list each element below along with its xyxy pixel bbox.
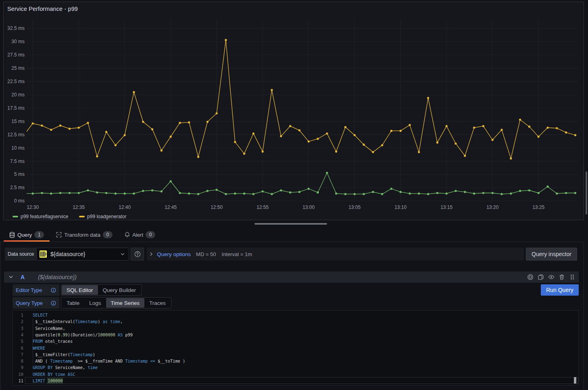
max-data-points-value: MD = 50 <box>196 251 216 257</box>
query-type-radiogroup: TableLogsTime SeriesTraces <box>61 297 171 309</box>
sql-line: ORDER BY time ASC <box>33 371 579 377</box>
query-type-option-traces[interactable]: Traces <box>144 298 171 308</box>
sql-line-number: 4 <box>13 332 23 338</box>
query-inspector-button[interactable]: Query inspector <box>526 248 577 261</box>
sql-line-number: 1 <box>13 312 23 318</box>
tab-alert[interactable]: Alert0 <box>119 228 161 242</box>
drag-handle-icon[interactable] <box>569 274 575 280</box>
svg-text:13:25: 13:25 <box>532 204 544 210</box>
tab-transform-data[interactable]: Transform data0 <box>50 228 119 242</box>
svg-text:12:35: 12:35 <box>73 204 85 210</box>
sql-line-number: 6 <box>13 345 23 351</box>
interval-value: Interval = 1m <box>222 251 252 257</box>
chevron-down-icon[interactable] <box>8 274 14 280</box>
datasource-picker[interactable]: ${datasource} <box>36 248 129 261</box>
sql-line-number: 9 <box>13 364 23 371</box>
query-type-option-table[interactable]: Table <box>62 298 84 308</box>
svg-text:12:40: 12:40 <box>119 204 131 210</box>
edit-pane-tabs: Query1Transform data0Alert0 <box>0 228 588 242</box>
pane-resize-handle[interactable] <box>254 223 327 225</box>
query-tab-content: Data source ${datasource} Query options … <box>0 242 584 390</box>
chevron-down-icon <box>120 252 125 257</box>
legend-series-color <box>79 216 85 217</box>
trash-icon[interactable] <box>559 274 565 280</box>
sql-line-number: 7 <box>13 351 23 358</box>
query-row-actions <box>527 274 575 280</box>
sql-line-number: 2 <box>13 318 23 325</box>
info-circle-icon[interactable] <box>51 288 56 293</box>
svg-text:27.5 ms: 27.5 ms <box>7 52 25 58</box>
editor-scrollbar-thumb[interactable] <box>574 377 576 384</box>
sql-code-editor[interactable]: 1SELECT2 $__timeInterval(Timestamp) as t… <box>13 310 579 386</box>
query-options-bar[interactable]: Query options MD = 50 Interval = 1m <box>147 248 524 261</box>
disable-icon[interactable] <box>527 274 534 280</box>
sql-line: quantile(0.99)(Duration)/1000000 AS p99 <box>33 332 579 338</box>
chevron-right-icon <box>149 252 154 257</box>
tab-label: Transform data <box>64 232 100 238</box>
svg-text:22.5 ms: 22.5 ms <box>7 79 25 84</box>
svg-text:7.5 ms: 7.5 ms <box>10 159 25 164</box>
process-icon <box>56 232 62 238</box>
datasource-label: Data source <box>5 248 37 261</box>
copy-icon[interactable] <box>538 274 544 280</box>
info-circle-icon[interactable] <box>51 300 56 306</box>
datasource-help-button[interactable] <box>131 248 144 261</box>
sql-line: GROUP BY ServiceName, time <box>33 364 579 371</box>
database-icon <box>9 232 15 238</box>
svg-text:13:20: 13:20 <box>486 204 498 210</box>
query-options-link[interactable]: Query options <box>157 251 191 257</box>
datasource-value: ${datasource} <box>50 251 85 257</box>
svg-text:25 ms: 25 ms <box>11 65 25 71</box>
legend-item[interactable]: p99 loadgenerator <box>79 214 126 219</box>
legend-series-label[interactable]: p99 featureflagservice <box>21 214 68 219</box>
chart-legend: p99 featureflagservicep99 loadgenerator <box>13 213 127 220</box>
query-type-label: Query Type <box>13 297 59 309</box>
legend-item[interactable]: p99 featureflagservice <box>13 214 68 219</box>
query-type-option-logs[interactable]: Logs <box>84 298 106 308</box>
sql-line: AND ( Timestamp >= $__fromTime AND Times… <box>33 358 579 364</box>
svg-text:0 ms: 0 ms <box>14 198 25 204</box>
query-type-option-time-series[interactable]: Time Series <box>106 298 145 308</box>
editor-type-option-sql-editor[interactable]: SQL Editor <box>62 285 98 295</box>
tab-count-badge: 0 <box>146 231 155 238</box>
tab-label: Query <box>17 232 32 238</box>
svg-text:12:30: 12:30 <box>27 204 39 210</box>
tab-count-badge: 1 <box>34 231 44 238</box>
query-type-row: Query Type TableLogsTime SeriesTraces <box>13 297 171 309</box>
question-circle-icon <box>134 251 141 257</box>
sql-line: ServiceName, <box>33 325 579 332</box>
svg-text:12:55: 12:55 <box>256 204 269 210</box>
svg-text:13:15: 13:15 <box>440 204 452 210</box>
sql-line: WHERE <box>33 345 579 351</box>
svg-text:5 ms: 5 ms <box>14 171 25 177</box>
run-query-button[interactable]: Run Query <box>541 284 579 296</box>
sql-line-number: 10 <box>13 371 23 377</box>
svg-text:12:50: 12:50 <box>211 204 223 210</box>
sql-line: SELECT <box>33 312 579 318</box>
eye-icon[interactable] <box>548 274 555 280</box>
svg-text:2.5 ms: 2.5 ms <box>10 185 25 190</box>
editor-type-option-query-builder[interactable]: Query Builder <box>98 285 141 295</box>
query-row-datasource: (${datasource}) <box>38 274 77 280</box>
sql-line-number: 8 <box>13 358 23 364</box>
tab-label: Alert <box>132 232 143 238</box>
svg-text:17.5 ms: 17.5 ms <box>7 105 25 111</box>
sql-line: $__timeFilter(Timestamp) <box>33 351 579 358</box>
query-row-header[interactable]: A (${datasource}) <box>4 271 579 283</box>
svg-text:13:10: 13:10 <box>394 204 407 210</box>
clickhouse-datasource-icon <box>40 250 47 258</box>
svg-text:12.5 ms: 12.5 ms <box>7 132 25 138</box>
svg-text:32.5 ms: 32.5 ms <box>7 25 25 31</box>
query-ref-id: A <box>21 274 25 280</box>
bell-icon <box>125 232 130 238</box>
editor-type-label: Editor Type <box>13 284 59 296</box>
legend-series-label[interactable]: p99 loadgenerator <box>87 214 126 219</box>
sql-line: $__timeInterval(Timestamp) as time, <box>33 318 579 325</box>
svg-text:13:05: 13:05 <box>348 204 361 210</box>
panel-service-performance: Service Performance - p99 0 ms2.5 ms5 ms… <box>3 2 584 220</box>
page-scrollbar-thumb[interactable] <box>586 171 587 215</box>
svg-text:15 ms: 15 ms <box>11 119 25 124</box>
tab-query[interactable]: Query1 <box>3 228 50 242</box>
svg-text:12:45: 12:45 <box>165 204 177 210</box>
editor-type-row: Editor Type SQL EditorQuery Builder <box>13 284 142 296</box>
